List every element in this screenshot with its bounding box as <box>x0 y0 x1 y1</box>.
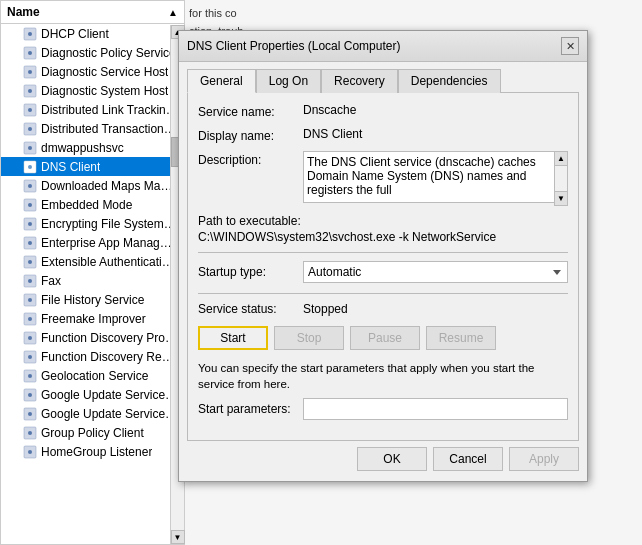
service-status-row: Service status: Stopped <box>198 302 568 316</box>
separator-1 <box>198 252 568 253</box>
modal-title: DNS Client Properties (Local Computer) <box>187 39 400 53</box>
cancel-button[interactable]: Cancel <box>433 447 503 471</box>
sort-icon: ▲ <box>168 7 178 18</box>
service-item[interactable]: Extensible Authentication P... <box>1 252 184 271</box>
svg-point-25 <box>28 260 32 264</box>
modal-close-button[interactable]: ✕ <box>561 37 579 55</box>
action-buttons: Start Stop Pause Resume <box>198 326 568 350</box>
service-item[interactable]: DNS Client <box>1 157 184 176</box>
svg-point-3 <box>28 51 32 55</box>
service-item[interactable]: HomeGroup Listener <box>1 442 184 461</box>
tab-general[interactable]: General <box>187 69 256 93</box>
modal-tabs: General Log On Recovery Dependencies <box>179 62 587 92</box>
svg-point-45 <box>28 450 32 454</box>
tab-recovery[interactable]: Recovery <box>321 69 398 93</box>
tab-content-general: Service name: Dnscache Display name: DNS… <box>187 92 579 441</box>
service-name-row: Service name: Dnscache <box>198 103 568 119</box>
services-list: DHCP Client Diagnostic Policy Service Di… <box>1 24 184 461</box>
service-item[interactable]: File History Service <box>1 290 184 309</box>
service-status-label: Service status: <box>198 302 303 316</box>
svg-point-13 <box>28 146 32 150</box>
desc-scroll-down[interactable]: ▼ <box>555 191 567 205</box>
service-status-value: Stopped <box>303 302 348 316</box>
dns-client-properties-dialog: DNS Client Properties (Local Computer) ✕… <box>178 30 588 482</box>
startup-type-row: Startup type: Automatic Automatic (Delay… <box>198 261 568 283</box>
service-name-label: Service name: <box>198 103 303 119</box>
scroll-down-arrow[interactable]: ▼ <box>171 530 185 544</box>
svg-point-11 <box>28 127 32 131</box>
start-params-input[interactable] <box>303 398 568 420</box>
svg-point-19 <box>28 203 32 207</box>
service-item[interactable]: Function Discovery Provide... <box>1 328 184 347</box>
svg-point-41 <box>28 412 32 416</box>
resume-button[interactable]: Resume <box>426 326 496 350</box>
service-item[interactable]: Distributed Link Tracking Cl... <box>1 100 184 119</box>
svg-point-43 <box>28 431 32 435</box>
service-item[interactable]: Diagnostic Policy Service <box>1 43 184 62</box>
apply-button[interactable]: Apply <box>509 447 579 471</box>
start-params-label: Start parameters: <box>198 402 303 416</box>
display-name-label: Display name: <box>198 127 303 143</box>
svg-point-17 <box>28 184 32 188</box>
path-section: Path to executable: C:\WINDOWS\system32\… <box>198 214 568 244</box>
service-item[interactable]: Function Discovery Resourc... <box>1 347 184 366</box>
service-item[interactable]: Google Update Service (gup... <box>1 404 184 423</box>
svg-point-1 <box>28 32 32 36</box>
right-panel-line: for this co <box>189 4 638 22</box>
start-params-description: You can specify the start parameters tha… <box>198 360 568 392</box>
svg-point-29 <box>28 298 32 302</box>
display-name-value: DNS Client <box>303 127 568 141</box>
description-label: Description: <box>198 151 303 167</box>
modal-titlebar: DNS Client Properties (Local Computer) ✕ <box>179 31 587 62</box>
separator-2 <box>198 293 568 294</box>
svg-point-35 <box>28 355 32 359</box>
service-item[interactable]: Downloaded Maps Manage... <box>1 176 184 195</box>
service-item[interactable]: Diagnostic Service Host <box>1 62 184 81</box>
svg-point-15 <box>28 165 32 169</box>
description-row: Description: ▲ ▼ <box>198 151 568 206</box>
service-item[interactable]: Fax <box>1 271 184 290</box>
service-item[interactable]: dmwappushsvc <box>1 138 184 157</box>
services-header-label: Name <box>7 5 40 19</box>
tab-logon[interactable]: Log On <box>256 69 321 93</box>
stop-button[interactable]: Stop <box>274 326 344 350</box>
service-item[interactable]: Google Update Service (gup... <box>1 385 184 404</box>
svg-point-23 <box>28 241 32 245</box>
svg-point-37 <box>28 374 32 378</box>
service-item[interactable]: Encrypting File System (EFS) <box>1 214 184 233</box>
startup-type-select[interactable]: Automatic Automatic (Delayed Start) Manu… <box>303 261 568 283</box>
service-item[interactable]: Enterprise App Manageme... <box>1 233 184 252</box>
service-item[interactable]: Group Policy Client <box>1 423 184 442</box>
display-name-row: Display name: DNS Client <box>198 127 568 143</box>
svg-point-33 <box>28 336 32 340</box>
service-item[interactable]: Embedded Mode <box>1 195 184 214</box>
service-item[interactable]: Geolocation Service <box>1 366 184 385</box>
startup-type-label: Startup type: <box>198 265 303 279</box>
service-name-value: Dnscache <box>303 103 568 117</box>
description-textarea[interactable] <box>303 151 568 203</box>
start-params-row: Start parameters: <box>198 398 568 420</box>
svg-point-9 <box>28 108 32 112</box>
svg-point-7 <box>28 89 32 93</box>
svg-point-21 <box>28 222 32 226</box>
service-item[interactable]: DHCP Client <box>1 24 184 43</box>
pause-button[interactable]: Pause <box>350 326 420 350</box>
service-item[interactable]: Distributed Transaction Coo... <box>1 119 184 138</box>
desc-scroll-up[interactable]: ▲ <box>555 152 567 166</box>
svg-point-5 <box>28 70 32 74</box>
path-value: C:\WINDOWS\system32\svchost.exe -k Netwo… <box>198 230 568 244</box>
modal-footer: OK Cancel Apply <box>179 441 587 481</box>
svg-point-31 <box>28 317 32 321</box>
tab-dependencies[interactable]: Dependencies <box>398 69 501 93</box>
services-panel: Name ▲ DHCP Client Diagnostic Policy Ser… <box>0 0 185 545</box>
start-button[interactable]: Start <box>198 326 268 350</box>
svg-point-39 <box>28 393 32 397</box>
ok-button[interactable]: OK <box>357 447 427 471</box>
services-header: Name ▲ <box>1 1 184 24</box>
service-item[interactable]: Freemake Improver <box>1 309 184 328</box>
path-label: Path to executable: <box>198 214 568 228</box>
svg-point-27 <box>28 279 32 283</box>
service-item[interactable]: Diagnostic System Host <box>1 81 184 100</box>
